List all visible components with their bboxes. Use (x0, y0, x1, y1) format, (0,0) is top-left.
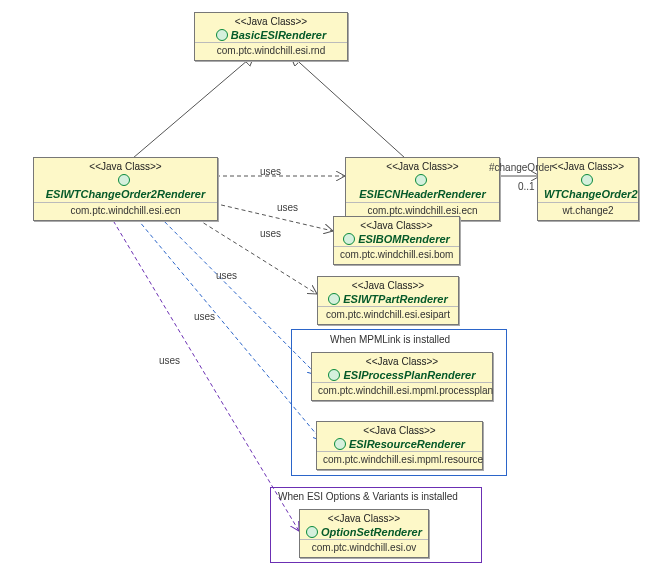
package-name: com.ptc.windchill.esi.bom (334, 246, 459, 264)
label-uses-1: uses (258, 166, 283, 177)
class-icon (216, 29, 228, 41)
stereotype: <<Java Class>> (300, 510, 428, 525)
class-esiwtpart-renderer: <<Java Class>> ESIWTPartRenderer com.ptc… (317, 276, 459, 325)
class-icon (334, 438, 346, 450)
group-ov-title: When ESI Options & Variants is installed (278, 491, 458, 502)
stereotype: <<Java Class>> (312, 353, 492, 368)
class-name: ESIProcessPlanRenderer (312, 368, 492, 382)
package-name: com.ptc.windchill.esi.ecn (34, 202, 217, 220)
package-name: com.ptc.windchill.esi.mpml.processplan (312, 382, 492, 400)
class-esiprocessplan-renderer: <<Java Class>> ESIProcessPlanRenderer co… (311, 352, 493, 401)
class-icon (343, 233, 355, 245)
label-uses-5: uses (192, 311, 217, 322)
class-name: ESIBOMRenderer (334, 232, 459, 246)
gen-header-to-basic (290, 54, 405, 158)
class-name: ESIWTChangeOrder2Renderer (34, 173, 217, 202)
label-uses-2: uses (275, 202, 300, 213)
class-icon (328, 293, 340, 305)
class-name: ESIWTPartRenderer (318, 292, 458, 306)
dep-esiwt-optset (99, 197, 299, 531)
stereotype: <<Java Class>> (317, 422, 482, 437)
uml-class-diagram: { "classes": { "basic": {"stereo":"<<Jav… (0, 0, 646, 577)
class-icon (306, 526, 318, 538)
class-esiresource-renderer: <<Java Class>> ESIResourceRenderer com.p… (316, 421, 483, 470)
label-uses-4: uses (214, 270, 239, 281)
stereotype: <<Java Class>> (195, 13, 347, 28)
package-name: com.ptc.windchill.esi.ov (300, 539, 428, 557)
label-uses-6: uses (157, 355, 182, 366)
class-name: ESIECNHeaderRenderer (346, 173, 499, 202)
stereotype: <<Java Class>> (34, 158, 217, 173)
class-esiecn-header-renderer: <<Java Class>> ESIECNHeaderRenderer com.… (345, 157, 500, 221)
label-uses-3: uses (258, 228, 283, 239)
class-icon (118, 174, 130, 186)
class-basic-esi-renderer: <<Java Class>> BasicESIRenderer com.ptc.… (194, 12, 348, 61)
package-name: com.ptc.windchill.esi.rnd (195, 42, 347, 60)
class-icon (328, 369, 340, 381)
stereotype: <<Java Class>> (346, 158, 499, 173)
class-esibom-renderer: <<Java Class>> ESIBOMRenderer com.ptc.wi… (333, 216, 460, 265)
class-icon (581, 174, 593, 186)
package-name: com.ptc.windchill.esi.mpml.resource (317, 451, 482, 469)
package-name: com.ptc.windchill.esi.esipart (318, 306, 458, 324)
package-name: wt.change2 (538, 202, 638, 220)
class-icon (415, 174, 427, 186)
class-name: ESIResourceRenderer (317, 437, 482, 451)
label-multiplicity: 0..1 (516, 181, 537, 192)
group-mpmlink-title: When MPMLink is installed (330, 334, 450, 345)
class-name: WTChangeOrder2 (538, 173, 638, 202)
class-name: OptionSetRenderer (300, 525, 428, 539)
stereotype: <<Java Class>> (334, 217, 459, 232)
class-name: BasicESIRenderer (195, 28, 347, 42)
gen-esiwt-to-basic (133, 54, 255, 158)
class-optionset-renderer: <<Java Class>> OptionSetRenderer com.ptc… (299, 509, 429, 558)
label-changeorder: #changeOrder (487, 162, 555, 173)
stereotype: <<Java Class>> (318, 277, 458, 292)
class-esiwt-changeorder2-renderer: <<Java Class>> ESIWTChangeOrder2Renderer… (33, 157, 218, 221)
